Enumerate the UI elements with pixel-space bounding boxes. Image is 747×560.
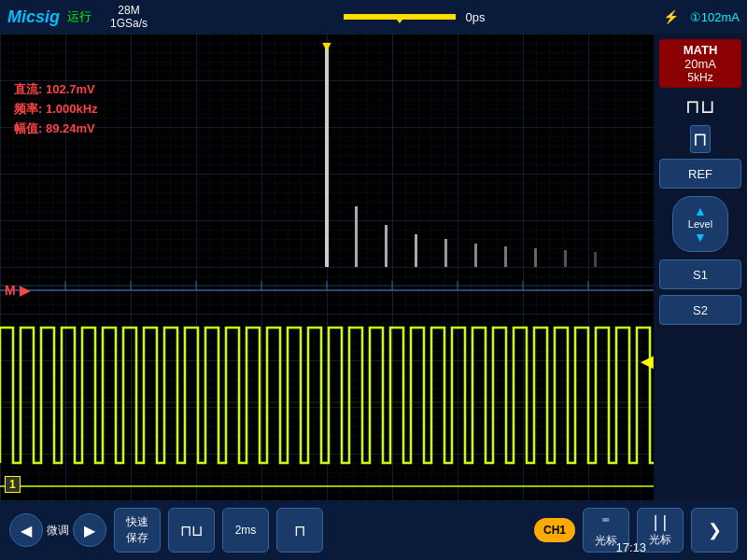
ref-button[interactable]: REF <box>659 159 741 189</box>
svg-rect-8 <box>474 244 477 267</box>
trigger-level-arrow: ◀ <box>641 351 654 371</box>
ch1-number: 1 <box>5 476 21 493</box>
cursor1-icon: ⁼ <box>601 512 611 533</box>
top-bar: Micsig 运行 28M 1GSa/s 0ps ⚡ ①102mA <box>0 0 747 34</box>
dc-measurement: 直流: 102.7mV <box>14 80 98 100</box>
quick-save-label: 快速 保存 <box>126 514 148 546</box>
running-label: 运行 <box>67 8 92 25</box>
m-label: M <box>5 283 16 298</box>
svg-rect-3 <box>325 43 329 267</box>
timebase-button[interactable]: 2ms <box>222 508 269 553</box>
logo: Micsig <box>7 7 60 27</box>
svg-rect-10 <box>534 248 537 267</box>
level-knob[interactable]: ▲ Level ▼ <box>672 196 728 252</box>
level-down-arrow: ▼ <box>694 230 707 245</box>
math-label: MATH <box>665 43 736 57</box>
fft-display <box>0 34 654 290</box>
sample-rate-top: 28M <box>118 4 139 17</box>
svg-rect-5 <box>385 225 388 267</box>
fine-adj-right-button[interactable]: ▶ <box>73 513 106 547</box>
chevron-down-icon: ❯ <box>708 520 722 540</box>
timebase-marker <box>394 16 405 23</box>
svg-rect-7 <box>444 239 447 267</box>
m-marker: M ▶ <box>5 283 30 298</box>
amp-measurement: 幅值: 89.24mV <box>14 119 98 139</box>
time-domain-waveform <box>0 290 654 500</box>
single-pulse-button[interactable]: ⊓ <box>276 508 323 553</box>
measurements: 直流: 102.7mV 频率: 1.000kHz 幅值: 89.24mV <box>14 80 98 138</box>
trigger-top-marker: ▼ <box>319 38 334 55</box>
math-freq: 5kHz <box>665 71 736 84</box>
math-value: 20mA <box>665 57 736 71</box>
square-wave-icon: ⊓⊔ <box>180 522 203 539</box>
trigger-icon: ⚡ <box>663 9 679 24</box>
timebase-value: 2ms <box>235 524 257 537</box>
cursor1-label: 光标 <box>595 533 617 549</box>
square-wave-button[interactable]: ⊓⊔ <box>168 508 215 553</box>
m-arrow: ▶ <box>20 283 30 298</box>
ch1-marker: 1 <box>5 477 21 491</box>
level-label: Level <box>688 218 712 230</box>
timebase-label: 0ps <box>465 10 485 24</box>
cursor2-icon: | | <box>654 512 667 532</box>
trigger-info: ⚡ ①102mA <box>663 9 740 24</box>
svg-rect-4 <box>355 206 358 267</box>
fine-adj-left-button[interactable]: ◀ <box>9 513 43 547</box>
waveform-type-button-2[interactable]: ⊓ <box>690 125 711 153</box>
cursor2-label: 光标 <box>649 532 671 548</box>
svg-rect-9 <box>504 246 507 267</box>
sample-rate-block: 28M 1GSa/s <box>110 4 148 30</box>
level-up-arrow: ▲ <box>694 203 707 218</box>
ch1-label: CH1 <box>543 524 566 537</box>
svg-rect-12 <box>594 252 597 267</box>
math-block: MATH 20mA 5kHz <box>659 39 741 88</box>
s1-button[interactable]: S1 <box>659 259 741 289</box>
quick-save-button[interactable]: 快速 保存 <box>114 508 161 553</box>
timebase-bar <box>344 14 456 20</box>
timebase-block: 0ps <box>166 10 663 24</box>
time-display: 17:13 <box>615 540 646 554</box>
scope-area: ▼ 直流: 102.7mV 频率: 1.000kHz 幅值: 89.24mV <box>0 34 654 500</box>
s2-button[interactable]: S2 <box>659 295 741 325</box>
svg-rect-6 <box>415 234 417 267</box>
fine-adjust-group: ◀ 微调 ▶ <box>9 513 106 547</box>
freq-measurement: 频率: 1.000kHz <box>14 100 98 119</box>
single-pulse-icon: ⊓ <box>294 522 305 539</box>
bottom-bar: ◀ 微调 ▶ 快速 保存 ⊓⊔ 2ms ⊓ CH1 ⁼ 光标 | | 光标 ❯ … <box>0 500 747 560</box>
waveform-type-button-1[interactable]: ⊓⊔ <box>684 93 717 119</box>
ch1-button[interactable]: CH1 <box>534 518 575 542</box>
fine-adj-label: 微调 <box>47 523 69 539</box>
right-panel: MATH 20mA 5kHz ⊓⊔ ⊓ REF ▲ Level ▼ S1 S2 <box>654 34 747 500</box>
svg-rect-11 <box>564 250 567 267</box>
current-reading: ①102mA <box>690 10 740 24</box>
sample-rate-bottom: 1GSa/s <box>110 17 148 30</box>
more-options-button[interactable]: ❯ <box>691 508 738 553</box>
